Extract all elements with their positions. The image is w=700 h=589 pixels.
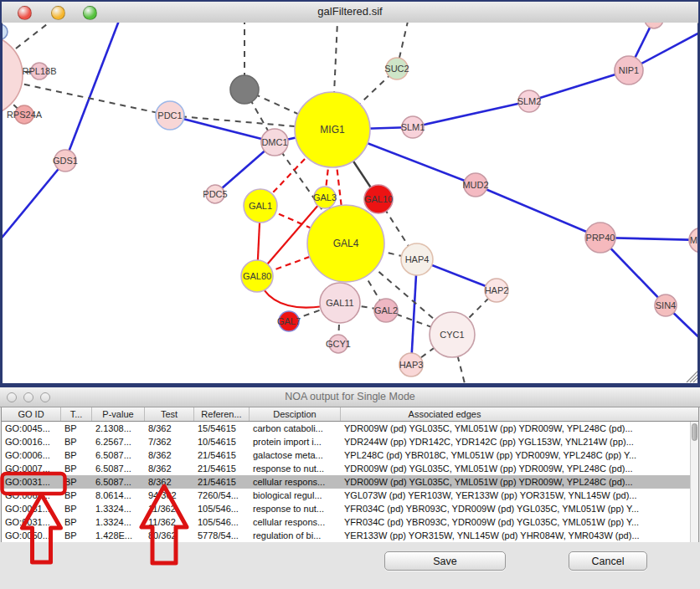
cell-p[interactable]: 6.5087... [92,462,145,475]
node-gray1[interactable] [230,75,259,104]
cell-test[interactable]: 11/362 [145,515,194,529]
cell-desc[interactable]: regulation of bi... [250,529,341,542]
cell-type[interactable]: BP [61,515,92,529]
cell-edges[interactable]: YFR034C (pd) YBR093C, YDR009W (pd) YGL03… [341,515,690,529]
cancel-button[interactable]: Cancel [569,551,647,571]
cell-go_id[interactable]: GO:0065... [2,489,61,502]
cell-test[interactable]: 8/362 [145,422,194,435]
save-button[interactable]: Save [384,551,506,571]
cell-ref[interactable]: 7260/54... [194,489,250,502]
cell-ref[interactable]: 21/54615 [194,448,250,462]
cell-edges[interactable]: YPL248C (pd) YBR018C, YML051W (pp) YDR00… [341,448,690,462]
cell-p[interactable]: 6.2567... [92,435,145,448]
cell-go_id[interactable]: GO:0006... [2,448,61,462]
node-label-NIP1: NIP1 [619,65,639,75]
cell-test[interactable]: 94/362 [145,489,194,502]
cell-edges[interactable]: YER133W (pp) YOR315W, YNL145W (pd) YHR08… [341,529,690,542]
cell-go_id[interactable]: GO:0031... [2,502,61,515]
table-row[interactable]: GO:0045...BP2.1308...8/36215/54615carbon… [2,422,690,435]
column-header-go_id[interactable]: GO ID [2,407,61,421]
cell-test[interactable]: 8/362 [145,475,194,489]
cell-p[interactable]: 1.3324... [92,502,145,515]
cell-desc[interactable]: biological regul... [250,489,341,502]
cell-p[interactable]: 6.5087... [92,448,145,462]
cell-p[interactable]: 8.0614... [92,489,145,502]
cell-desc[interactable]: cellular respons... [250,515,341,529]
node-topnode[interactable] [645,23,663,28]
table-scrollbar[interactable] [690,422,698,542]
cell-ref[interactable]: 105/546... [194,515,250,529]
cell-test[interactable]: 11/362 [145,502,194,515]
cell-edges[interactable]: YDR009W (pd) YGL035C, YML051W (pp) YDR00… [341,475,690,489]
cell-desc[interactable]: cellular respons... [250,475,341,489]
edge-MUD2-PRP40[interactable] [476,185,600,238]
network-titlebar[interactable]: galFiltered.sif [2,2,698,23]
node-label-GAL80: GAL80 [243,271,271,281]
table-row[interactable]: GO:0016...BP6.2567...7/36210/54615protei… [2,435,690,448]
cell-ref[interactable]: 10/54615 [194,435,250,448]
cell-p[interactable]: 2.1308... [92,422,145,435]
column-header-p[interactable]: P-value [92,407,145,421]
cell-go_id[interactable]: GO:0050... [2,529,61,542]
column-header-ref[interactable]: Referen... [194,407,250,421]
table-row[interactable]: GO:0065...BP8.0614...94/3627260/54...bio… [2,489,690,502]
cell-desc[interactable]: response to nut... [250,502,341,515]
cell-test[interactable]: 7/362 [145,435,194,448]
cell-ref[interactable]: 21/54615 [194,462,250,475]
cell-go_id[interactable]: GO:0007... [2,462,61,475]
cell-test[interactable]: 8/362 [145,462,194,475]
node-label-GAL10: GAL10 [364,194,393,204]
cell-type[interactable]: BP [61,489,92,502]
edge-end-GDS1[interactable] [65,23,126,161]
table-row[interactable]: GO:0031...BP6.5087...8/36221/54615cellul… [2,475,690,489]
cell-go_id[interactable]: GO:0016... [2,435,61,448]
cell-type[interactable]: BP [61,502,92,515]
table-row[interactable]: GO:0031...BP1.3324...11/362105/546...cel… [2,515,690,529]
node-bluefrag[interactable] [3,24,8,39]
column-header-edges[interactable]: Associated edges [341,407,690,421]
table-row[interactable]: GO:0050...BP1.428E...80/3625778/54...reg… [2,529,690,542]
cell-desc[interactable]: response to nut... [250,462,341,475]
cell-test[interactable]: 80/362 [145,529,194,542]
node-label-PDC1: PDC1 [157,110,182,120]
cell-ref[interactable]: 15/54615 [194,422,250,435]
cell-edges[interactable]: YFR034C (pd) YBR093C, YDR009W (pd) YGL03… [341,502,690,515]
cell-go_id[interactable]: GO:0031... [2,475,61,489]
column-header-type[interactable]: T... [61,407,92,421]
cell-go_id[interactable]: GO:0031... [2,515,61,529]
noa-titlebar[interactable]: NOA output for Single Mode [0,387,700,407]
cell-ref[interactable]: 5778/54... [194,529,250,542]
cell-desc[interactable]: carbon cataboli... [250,422,341,435]
column-header-desc[interactable]: Desciption [250,407,341,421]
cell-type[interactable]: BP [61,475,92,489]
cell-test[interactable]: 8/362 [145,448,194,462]
edge-PDC1-DMC1[interactable] [170,115,275,142]
edge-GDS1-end[interactable] [3,161,65,246]
cell-ref[interactable]: 21/54615 [194,475,250,489]
cell-edges[interactable]: YDR009W (pd) YGL035C, YML051W (pp) YDR00… [341,422,690,435]
network-canvas[interactable]: RPL18BRPS24AGDS1PDC1PDC5DMC1SUC2SLM1SLM2… [3,23,697,383]
cell-p[interactable]: 6.5087... [92,475,145,489]
cell-p[interactable]: 1.428E... [92,529,145,542]
cell-type[interactable]: BP [61,529,92,542]
cell-desc[interactable]: galactose meta... [250,448,341,462]
cell-go_id[interactable]: GO:0045... [2,422,61,435]
cell-type[interactable]: BP [61,422,92,435]
cell-type[interactable]: BP [61,435,92,448]
cell-edges[interactable]: YGL073W (pd) YER103W, YER133W (pp) YOR31… [341,489,690,502]
cell-edges[interactable]: YDR244W (pp) YDR142C, YDR142C (pp) YGL15… [341,435,690,448]
node-label-SLM1: SLM1 [401,122,425,132]
edge-SLM2-NIP1[interactable] [529,70,629,101]
cell-type[interactable]: BP [61,462,92,475]
edge-SLM1-SLM2[interactable] [413,101,529,127]
column-header-test[interactable]: Test [145,407,194,421]
cell-ref[interactable]: 105/546... [194,502,250,515]
cell-edges[interactable]: YDR009W (pd) YGL035C, YML051W (pp) YDR00… [341,462,690,475]
table-row[interactable]: GO:0031...BP1.3324...11/362105/546...res… [2,502,690,515]
table-row[interactable]: GO:0007...BP6.5087...8/36221/54615respon… [2,462,690,475]
cell-type[interactable]: BP [61,448,92,462]
cell-desc[interactable]: protein import i... [250,435,341,448]
scrollbar-thumb[interactable] [692,423,697,441]
cell-p[interactable]: 1.3324... [92,515,145,529]
table-row[interactable]: GO:0006...BP6.5087...8/36221/54615galact… [2,448,690,462]
